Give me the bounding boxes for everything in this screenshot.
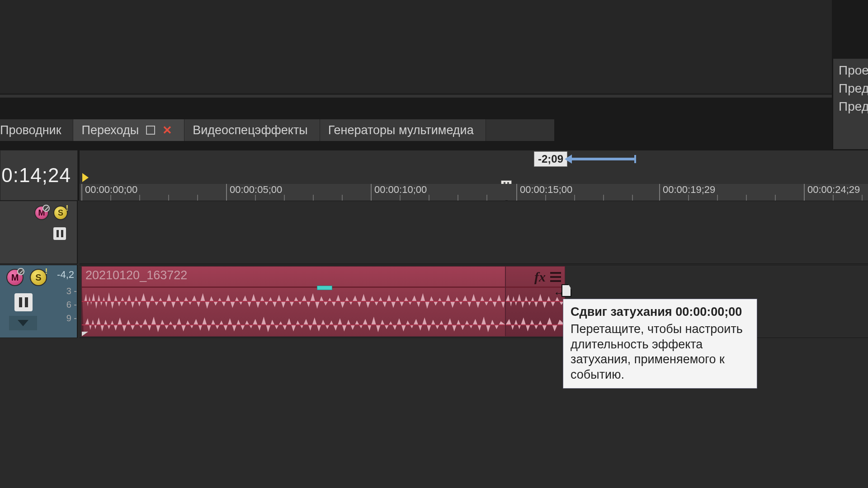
timeline-tracks: M S! M S! -4,2 3 - 6 - 9 - 20210120_1637…: [0, 201, 868, 488]
ruler-tick: 00:00:24;29: [804, 184, 860, 201]
db-scale-value: 9 -: [60, 311, 77, 325]
tab-label: Проводник: [0, 123, 61, 137]
detach-icon[interactable]: [146, 126, 155, 135]
tab-transitions[interactable]: Переходы ✕: [73, 119, 184, 141]
offset-value: -2;09: [534, 151, 567, 167]
waveform-left-channel: [82, 289, 505, 313]
timeline-ruler-area[interactable]: -2;09 00:00:00;00 00:00:05;00 00:00:10;0…: [80, 150, 868, 201]
volume-envelope[interactable]: [82, 286, 505, 288]
ruler-minor-tick: [255, 195, 256, 201]
right-panel-line[interactable]: Пред: [839, 98, 868, 116]
ruler-minor-tick: [775, 195, 776, 201]
ruler-minor-tick: [717, 195, 718, 201]
ruler-minor-tick: [110, 195, 111, 201]
ruler-minor-tick: [400, 195, 401, 201]
db-scale: 3 - 6 - 9 -: [60, 284, 80, 325]
disabled-icon: [42, 205, 50, 212]
solo-button[interactable]: S!: [53, 206, 68, 220]
audio-clip-right[interactable]: fx: [505, 266, 565, 337]
audio-clip-left[interactable]: 20210120_163722: [81, 266, 505, 337]
right-panel-line[interactable]: Прое: [839, 61, 868, 80]
tab-label: Переходы: [81, 123, 139, 137]
alert-icon: !: [45, 267, 47, 276]
media-tab-bar: Проводник Переходы ✕ Видеоспецэффекты Ге…: [0, 119, 554, 141]
ruler-minor-tick: [139, 195, 140, 201]
ruler-minor-tick: [458, 195, 458, 201]
preview-area: [0, 0, 832, 98]
loop-offset-indicator[interactable]: -2;09: [534, 152, 634, 166]
right-side-panel: Прое Пред Пред: [833, 59, 868, 149]
video-track-lane[interactable]: [80, 201, 868, 264]
db-scale-value: 3 -: [60, 284, 77, 298]
tab-videofx[interactable]: Видеоспецэффекты: [184, 119, 320, 141]
fade-cursor-icon: ↔: [553, 286, 571, 300]
disabled-icon: [17, 268, 24, 275]
ruler-minor-tick: [603, 195, 604, 201]
ruler-minor-tick: [862, 195, 863, 201]
waveform-right-channel: [82, 313, 505, 336]
ruler-minor-tick: [688, 195, 689, 201]
waveform-right-channel: [506, 313, 565, 336]
ruler-tick: 00:00:15;00: [516, 184, 572, 201]
clip-menu-icon[interactable]: [550, 269, 561, 285]
video-track-header[interactable]: M S!: [0, 201, 78, 264]
ruler-minor-tick: [486, 195, 487, 201]
tooltip-body: Перетащите, чтобы настроить длительность…: [571, 322, 750, 383]
ruler-minor-tick: [746, 195, 747, 201]
ruler-minor-tick: [313, 195, 314, 201]
time-ruler[interactable]: 00:00:00;00 00:00:05;00 00:00:10;00 00:0…: [80, 184, 868, 201]
arm-record-button[interactable]: [14, 293, 33, 311]
ruler-minor-tick: [632, 195, 633, 201]
tab-label: Генераторы мультимедиа: [328, 123, 474, 137]
chevron-down-icon: [18, 320, 28, 326]
tooltip: Сдвиг затухания 00:00:00;00 Перетащите, …: [563, 299, 757, 389]
track-volume-label: -4,2: [57, 269, 74, 281]
audio-track-lane[interactable]: 3 - 6 - 9 - 20210120_163722: [80, 265, 868, 338]
clip-name: 20210120_163722: [85, 268, 187, 282]
timecode-display[interactable]: 0:14;24: [0, 150, 78, 201]
clip-tools: fx: [534, 269, 561, 285]
ruler-minor-tick: [284, 195, 285, 201]
ruler-minor-tick: [197, 195, 198, 201]
loop-start-marker[interactable]: [82, 173, 89, 182]
tab-label: Видеоспецэффекты: [193, 123, 308, 137]
ruler-tick: 00:00:10;00: [371, 184, 427, 201]
waveform-center-line: [506, 301, 565, 302]
mute-button[interactable]: M: [6, 269, 24, 286]
tab-media-generators[interactable]: Генераторы мультимедиа: [320, 119, 486, 141]
preview-inner: [0, 0, 832, 93]
tooltip-title: Сдвиг затухания 00:00:00;00: [571, 305, 750, 320]
ruler-minor-tick: [429, 195, 429, 201]
ruler-minor-tick: [833, 195, 834, 201]
offset-arrow-icon: [571, 158, 634, 160]
close-icon[interactable]: ✕: [162, 123, 172, 137]
solo-button[interactable]: S!: [30, 269, 47, 286]
ruler-minor-tick: [168, 195, 169, 201]
waveform-center-line: [82, 324, 505, 325]
tab-explorer[interactable]: Проводник: [0, 119, 73, 141]
expand-track-button[interactable]: [9, 316, 37, 330]
ruler-tick: 00:00:19;29: [659, 184, 715, 201]
ruler-tick: 00:00:00;00: [81, 184, 137, 201]
right-panel-line[interactable]: Пред: [839, 80, 868, 98]
ruler-minor-tick: [545, 195, 546, 201]
db-scale-value: 6 -: [60, 298, 77, 311]
ruler-minor-tick: [342, 195, 343, 201]
alert-icon: !: [66, 204, 68, 212]
automation-button[interactable]: [53, 227, 66, 240]
ruler-minor-tick: [574, 195, 575, 201]
waveform-center-line: [82, 301, 505, 302]
waveform-center-line: [506, 324, 565, 325]
fx-icon[interactable]: fx: [534, 269, 546, 285]
mute-button[interactable]: M: [34, 206, 49, 220]
ruler-tick: 00:00:05;00: [226, 184, 282, 201]
